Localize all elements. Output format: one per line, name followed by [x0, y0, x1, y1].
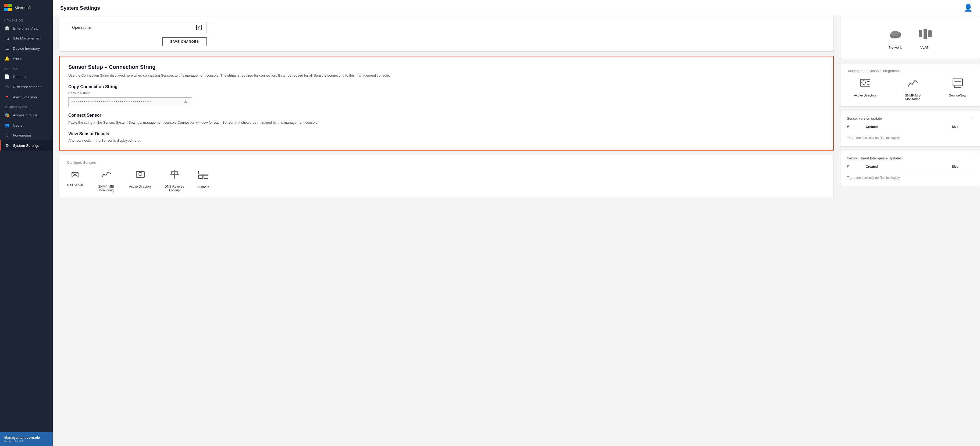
mgmt-servicenow-icon: [952, 78, 963, 90]
svg-rect-13: [199, 175, 203, 178]
sidebar-item-enterprise-view[interactable]: 🏢 Enterprise View: [0, 23, 53, 33]
copy-connection-string-title: Copy Connection String: [68, 84, 825, 89]
version-label: Version 22.3.4: [4, 440, 48, 443]
sidebar-item-forwarding[interactable]: ⏱ Forwarding: [0, 131, 53, 140]
sidebar-item-site-management[interactable]: 🗂 Site Management: [0, 33, 53, 43]
configure-sensors-title: Configure Sensors: [67, 161, 826, 164]
mgmt-servicenow[interactable]: ServiceNow: [949, 78, 966, 97]
connect-sensor-description: Paste the string in the Sensor, System S…: [68, 120, 825, 126]
snmp-mib-label: SNMP MIB Monitoring: [94, 185, 118, 192]
connection-string-value: ****************************************…: [72, 100, 184, 104]
mail-server-icon: ✉: [71, 169, 79, 181]
svg-rect-3: [8, 8, 12, 11]
device-inventory-icon: ☰: [4, 46, 10, 51]
user-avatar-icon[interactable]: 👤: [964, 4, 972, 12]
mail-server-label: Mail Server: [67, 183, 83, 187]
svg-rect-22: [919, 30, 922, 37]
hash-col-header: #: [847, 125, 855, 129]
reports-icon: 📄: [4, 74, 10, 79]
sensor-setup-box: Sensor Setup – Connection String Use the…: [59, 56, 834, 151]
svg-rect-24: [928, 30, 932, 37]
threat-size-col: Size: [952, 165, 973, 169]
sidebar-item-reports[interactable]: 📄 Reports: [0, 72, 53, 82]
configure-active-directory[interactable]: Active Directory: [129, 169, 152, 188]
main-area: System Settings 👤 Operational ✔ SAVE CHA…: [53, 0, 980, 446]
nav-section-label: NAVIGATION: [0, 15, 53, 23]
sidebar-item-risk-assessment[interactable]: ⚠ Risk Assessment: [0, 82, 53, 92]
sidebar-item-device-inventory[interactable]: ☰ Device Inventory: [0, 43, 53, 54]
sidebar-item-label: Enterprise View: [13, 26, 38, 30]
size-col-header: Size: [952, 125, 973, 129]
operational-label: Operational: [72, 25, 91, 30]
network-vlan-card: Network VLAN: [840, 16, 980, 59]
operational-row: Operational ✔: [67, 22, 207, 33]
dns-reverse-label: DNS Reverse Lookup: [162, 185, 186, 192]
sidebar-item-system-settings[interactable]: ⚙ System Settings: [0, 140, 53, 151]
sidebar-item-label: Users: [13, 123, 22, 127]
mgmt-active-directory[interactable]: Active Directory: [854, 78, 877, 97]
sidebar-footer: Management console Version 22.3.4: [0, 432, 53, 446]
save-btn-row: SAVE CHANGES: [67, 37, 207, 46]
sidebar-item-users[interactable]: 👥 Users: [0, 120, 53, 131]
mgmt-snmp-mib[interactable]: SNMP MIB Monitoring: [899, 78, 926, 101]
main-content: Operational ✔ SAVE CHANGES Sensor Setup …: [53, 16, 840, 446]
mgmt-snmp-label: SNMP MIB Monitoring: [899, 94, 926, 101]
mgmt-snmp-icon: [907, 78, 918, 90]
sensor-version-title: Sensor version update: [847, 116, 882, 120]
svg-rect-11: [175, 172, 177, 174]
sensor-setup-description: Use the Connection String displayed here…: [68, 73, 825, 78]
sidebar-item-label: Alerts: [13, 57, 22, 61]
alerts-icon: 🔔: [4, 56, 10, 61]
svg-rect-0: [4, 4, 8, 7]
risk-assessment-icon: ⚠: [4, 84, 10, 89]
mgmt-integrations-card: Management console integrations: [840, 63, 980, 107]
svg-rect-23: [924, 29, 927, 39]
configure-mail-server[interactable]: ✉ Mail Server: [67, 169, 83, 187]
vlan-label: VLAN: [920, 45, 929, 49]
save-section: Operational ✔ SAVE CHANGES: [59, 16, 834, 52]
sidebar-item-access-groups[interactable]: 🎭 Access Groups: [0, 110, 53, 120]
sidebar-item-label: Alert Exclusion: [13, 95, 37, 99]
sidebar-item-label: Site Management: [13, 36, 41, 40]
svg-point-21: [891, 31, 900, 36]
configure-snmp-mib[interactable]: SNMP MIB Monitoring: [94, 169, 118, 192]
threat-created-col: Created: [866, 165, 941, 169]
network-label: Network: [889, 45, 902, 49]
microsoft-logo-icon: [4, 4, 12, 11]
analysis-section-label: ANALYSIS: [0, 64, 53, 72]
content-area: Operational ✔ SAVE CHANGES Sensor Setup …: [53, 16, 980, 446]
configure-dns-reverse[interactable]: DNS Reverse Lookup: [162, 169, 186, 192]
mgmt-active-directory-label: Active Directory: [854, 94, 877, 97]
view-sensor-description: After connection, the Sensor is displaye…: [68, 139, 825, 142]
sidebar-item-label: Risk Assessment: [13, 85, 41, 89]
access-groups-icon: 🎭: [4, 113, 10, 118]
configure-subnets[interactable]: Subnets: [197, 169, 209, 189]
app-name: Microsoft: [14, 5, 31, 10]
enterprise-view-icon: 🏢: [4, 26, 10, 31]
svg-point-5: [139, 172, 142, 175]
sidebar-item-label: Access Groups: [13, 113, 38, 117]
save-changes-button[interactable]: SAVE CHANGES: [162, 37, 207, 46]
vlan-icon: [918, 28, 932, 42]
vlan-item[interactable]: VLAN: [918, 28, 932, 49]
sensor-version-update-card: Sensor version update + # Created Size T…: [840, 111, 980, 147]
sensor-threat-add-icon[interactable]: +: [970, 155, 973, 161]
sidebar-item-alert-exclusion[interactable]: 🔻 Alert Exclusion: [0, 92, 53, 102]
connection-string-row: ****************************************…: [68, 97, 192, 107]
subnets-icon: [198, 169, 208, 183]
page-title: System Settings: [60, 5, 100, 11]
svg-rect-2: [4, 8, 8, 11]
sensor-threat-empty-message: There are currently no files to display: [847, 174, 973, 182]
system-settings-icon: ⚙: [4, 143, 10, 148]
users-icon: 👥: [4, 123, 10, 128]
sidebar-logo: Microsoft: [0, 0, 53, 15]
svg-rect-14: [204, 175, 208, 178]
sensor-version-header: Sensor version update +: [847, 116, 973, 121]
network-item[interactable]: Network: [889, 28, 902, 49]
sensor-version-add-icon[interactable]: +: [970, 116, 973, 121]
toggle-visibility-icon[interactable]: 👁: [184, 100, 188, 105]
svg-rect-10: [172, 172, 174, 174]
sidebar-item-alerts[interactable]: 🔔 Alerts: [0, 54, 53, 64]
dns-reverse-icon: [169, 169, 180, 182]
operational-checkbox[interactable]: ✔: [196, 25, 202, 30]
